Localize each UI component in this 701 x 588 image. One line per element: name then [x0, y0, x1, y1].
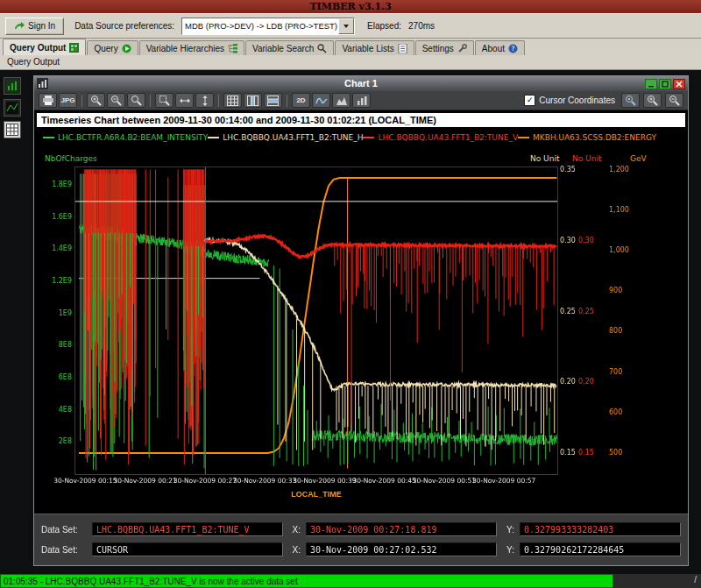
y-label: Y: — [502, 525, 514, 535]
minimize-icon — [648, 81, 655, 88]
y-tick-tune-h: 0.30 — [560, 237, 576, 244]
tab-query-output[interactable]: Query Output — [3, 39, 86, 55]
zoom-in-button[interactable] — [87, 93, 105, 108]
legend-item: LHC.BCTFR.A6R4.B2:BEAM_INTENSITY — [43, 133, 208, 142]
y-tick-nbofcharges: 1E9 — [38, 309, 72, 317]
export-jpg-button[interactable]: JPG — [59, 93, 77, 108]
maximize-button[interactable] — [659, 79, 671, 89]
desktop-icon-button-3[interactable] — [4, 121, 21, 138]
toolbar-separator — [287, 95, 287, 107]
tab-query[interactable]: Query — [87, 40, 138, 55]
y-tick-gev: 700 — [609, 368, 622, 376]
x-tick: 30-Nov-2009 00:51 — [413, 477, 476, 485]
zoom-reset-button[interactable] — [127, 93, 145, 108]
desktop-icon-column — [4, 77, 21, 138]
elapsed-label: Elapsed: — [367, 21, 401, 31]
minimize-button[interactable] — [645, 79, 657, 89]
chart-legend: LHC.BCTFR.A6R4.B2:BEAM_INTENSITYLHC.BQBB… — [43, 131, 653, 144]
tab-variable-hierarchies[interactable]: Variable Hierarchies — [139, 40, 244, 55]
panel-title: Query Output — [7, 57, 60, 67]
magnifier-plus-icon — [647, 95, 659, 106]
horizontal-arrows-icon — [179, 96, 191, 106]
desktop-icon-button-1[interactable] — [4, 77, 21, 95]
zoom-horizontal-button[interactable] — [175, 93, 194, 108]
data-source-select[interactable]: MDB (PRO->DEV) -> LDB (PRO->TEST) — [181, 18, 355, 35]
tab-variable-search[interactable]: Variable Search — [245, 40, 334, 55]
print-button[interactable] — [39, 93, 57, 108]
y-tick-nbofcharges: 8E8 — [38, 341, 72, 349]
main-tabstrip: Query OutputQueryVariable HierarchiesVar… — [0, 39, 701, 55]
tab-settings[interactable]: Settings — [415, 40, 474, 55]
main-toolbar: Sign In Data Source preferences: MDB (PR… — [0, 13, 701, 39]
line-chart-button[interactable] — [312, 93, 330, 108]
table-columns-button[interactable] — [244, 93, 262, 108]
y-label: Y: — [502, 545, 514, 555]
data-source-value: MDB (PRO->DEV) -> LDB (PRO->TEST) — [182, 21, 338, 31]
x-axis-title: LOCAL_TIME — [75, 490, 557, 499]
tab-label: Settings — [422, 44, 454, 53]
zoom-out-icon — [110, 95, 123, 106]
window-titlebar: TIMBER v3.1.3 — [0, 0, 701, 13]
chart-thumbnail-icon — [6, 80, 18, 92]
mode-2d-button[interactable]: 2D — [292, 93, 310, 108]
resize-grip[interactable]: / — [694, 575, 697, 584]
magnifier-cursor-icon — [625, 95, 637, 106]
table-rows-button[interactable] — [264, 93, 282, 108]
chart-plot-area[interactable] — [75, 167, 557, 474]
x-tick: 30-Nov-2009 00:57 — [472, 477, 535, 485]
dataset-label: Data Set: — [41, 525, 87, 535]
combo-dropdown-button[interactable] — [338, 18, 354, 34]
table-rows-icon — [267, 96, 279, 106]
y-tick-tune-h: 0.20 — [560, 378, 576, 386]
y-tick-gev: 900 — [609, 287, 622, 294]
close-button[interactable] — [673, 79, 685, 89]
sign-in-button[interactable]: Sign In — [5, 18, 64, 35]
area-chart-button[interactable] — [332, 93, 350, 108]
cursor-coordinates-checkbox[interactable]: ✓ — [524, 95, 535, 106]
x-tick: 30-Nov-2009 00:45 — [352, 477, 415, 485]
zoom-out-button[interactable] — [107, 93, 125, 108]
legend-label: LHC.BQBBQ.UA43.FFT1_B2:TUNE_V — [378, 133, 518, 142]
zoom-plus-button[interactable] — [643, 93, 662, 108]
legend-color-dash — [363, 137, 374, 138]
tab-variable-lists[interactable]: Variable Lists — [335, 40, 414, 55]
zoom-box-icon — [159, 95, 171, 106]
y-tick-tune-h: 0.35 — [560, 166, 576, 174]
toolbar-separator — [150, 95, 151, 107]
chart-window-titlebar[interactable]: Chart 1 — [34, 76, 688, 91]
x-tick: 30-Nov-2009 00:21 — [113, 477, 176, 485]
data-table-button[interactable] — [223, 93, 242, 108]
grid-table-icon — [6, 124, 18, 136]
y-tick-nbofcharges: 2E8 — [38, 437, 72, 445]
tab-about[interactable]: About? — [475, 40, 525, 55]
mode-2d-label: 2D — [296, 96, 305, 104]
status-bar-right: / — [613, 574, 701, 588]
y-tick-gev: 1,200 — [609, 166, 629, 174]
svg-text:?: ? — [511, 45, 514, 53]
x-tick: 30-Nov-2009 00:39 — [293, 477, 356, 485]
zoom-vertical-button[interactable] — [195, 93, 214, 108]
legend-item: LHC.BQBBQ.UA43.FFT1_B2:TUNE_H — [208, 133, 363, 142]
tab-label: Query — [94, 44, 117, 53]
search-icon — [317, 44, 327, 53]
cursor-dataset-row: Data Set: CURSOR X: 30-Nov-2009 00:27:02… — [41, 542, 681, 557]
status-bar: 01:05:35 - LHC.BQBBQ.UA43.FFT1_B2:TUNE_V… — [0, 574, 701, 588]
window-title: TIMBER v3.1.3 — [309, 1, 391, 12]
settings-icon — [457, 44, 467, 53]
zoom-box-button[interactable] — [155, 93, 173, 108]
active-dataset-row: Data Set: LHC.BQBBQ.UA43.FFT1_B2:TUNE_V … — [41, 521, 681, 537]
table-columns-icon — [247, 96, 258, 106]
zoom-minus-button[interactable] — [665, 93, 683, 108]
desktop-pane: Chart 1 JPG — [0, 70, 701, 574]
desktop-icon-button-2[interactable] — [4, 99, 21, 117]
chart-body: Timeseries Chart between 2009-11-30 00:1… — [34, 110, 688, 565]
tab-label: Variable Search — [252, 44, 314, 53]
zoom-in-icon — [90, 95, 103, 106]
y-tick-tune-v: 0.20 — [578, 378, 594, 386]
active-dataset-name: LHC.BQBBQ.UA43.FFT1_B2:TUNE_V — [92, 522, 283, 536]
bar-chart-button[interactable] — [352, 93, 371, 108]
active-dataset-x-value: 30-Nov-2009 00:27:18.819 — [306, 522, 497, 536]
y-tick-tune-v: 0.30 — [578, 237, 594, 244]
zoom-cursor-button[interactable] — [621, 93, 640, 108]
cursor-coordinates-label: Cursor Coordinates — [539, 96, 615, 105]
